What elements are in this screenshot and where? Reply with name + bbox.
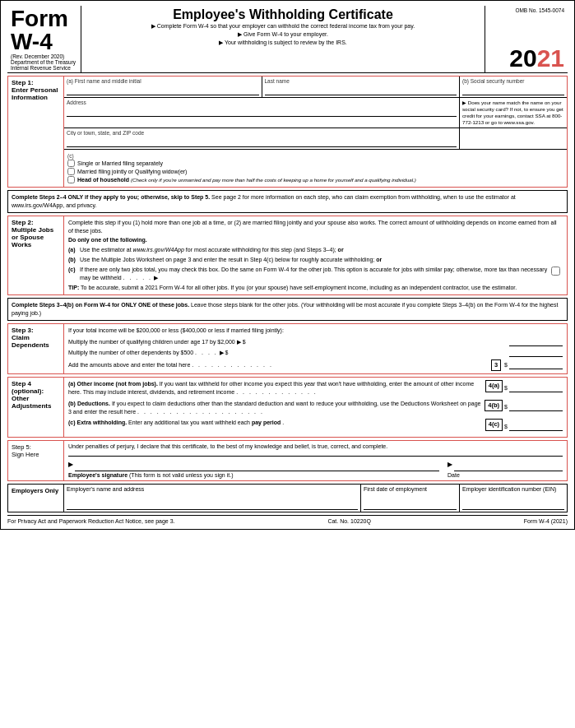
step1-num: Step 1:	[12, 79, 60, 86]
step2-label: Step 2: Multiple Jobsor SpouseWorks	[8, 216, 64, 294]
step4-b-label: (b)	[68, 401, 77, 406]
step4-optional: (optional):	[12, 387, 60, 395]
form-title-block: Employee's Withholding Certificate ▶ Com…	[81, 6, 485, 72]
step2-label-c: (c)	[68, 266, 80, 274]
step2-item-c[interactable]: (c) If there are only two jobs total, yo…	[68, 266, 563, 282]
form-dept: Department of the Treasury	[11, 59, 77, 65]
step3-children-input[interactable]	[509, 338, 563, 346]
first-name-label: (a) First name and middle initial	[67, 78, 259, 84]
filing-c-label: (c)	[67, 153, 74, 159]
step3-total-input[interactable]	[509, 361, 563, 369]
step4-c-text-block: (c) Extra withholding. Enter any additio…	[68, 419, 482, 427]
step4-b-title: Deductions.	[77, 401, 110, 406]
step4-content: (a) Other income (not from jobs). If you…	[64, 378, 567, 437]
step1-content: (a) First name and middle initial Last n…	[64, 77, 567, 187]
form-main-title: Employee's Withholding Certificate	[86, 7, 480, 22]
form-rev-date: (Rev. December 2020)	[11, 53, 77, 59]
omb-number: OMB No. 1545-0074	[515, 7, 564, 13]
step4-item-c: (c) Extra withholding. Enter any additio…	[68, 419, 563, 431]
step5-penalty-text: Under penalties of perjury, I declare th…	[68, 443, 563, 449]
step2-text-b: Use the Multiple Jobs Worksheet on page …	[80, 256, 382, 264]
step3-item2: Multiply the number of other dependents …	[68, 349, 563, 357]
employers-label: Employers Only	[8, 485, 64, 512]
filing-married-checkbox[interactable]	[67, 168, 75, 175]
form-instruction3: ▶ Your withholding is subject to review …	[86, 39, 480, 47]
step4-row: Step 4 (optional): Other Adjustments (a)…	[7, 377, 568, 438]
sig-label: Employee's signature	[68, 472, 128, 478]
step3-intro: If your total income will be $200,000 or…	[68, 327, 563, 335]
form-irs: Internal Revenue Service	[11, 65, 77, 71]
last-name-cell: Last name	[262, 77, 461, 97]
step3-label: Step 3: Claim Dependents	[8, 324, 64, 373]
step1-row: Step 1: Enter Personal Information (a) F…	[7, 76, 568, 188]
step5-title: Sign Here	[12, 451, 60, 458]
step3-dependents-input[interactable]	[509, 349, 563, 357]
step4-a-dollar: $	[504, 384, 508, 392]
city-cell: City or town, state, and ZIP code	[64, 128, 460, 149]
step4-b-box: 4(b)	[485, 400, 503, 412]
filing-married-row[interactable]: Married filing jointly or Qualifying wid…	[67, 168, 563, 175]
step4-item-b: (b) Deductions. If you expect to claim d…	[68, 400, 563, 416]
first-name-input[interactable]	[67, 86, 259, 95]
step2-text-c: If there are only two jobs total, you ma…	[80, 266, 548, 282]
footer-form: Form W-4 (2021)	[524, 518, 568, 524]
employer-date-input[interactable]	[364, 494, 457, 510]
filing-single-checkbox[interactable]	[67, 160, 75, 167]
step4-b-input[interactable]	[509, 403, 563, 411]
step4-b-text: If you expect to claim deductions other …	[68, 401, 480, 415]
filing-hoh-checkbox[interactable]	[67, 176, 75, 183]
last-name-input[interactable]	[265, 86, 457, 95]
step2-c-checkbox[interactable]	[551, 267, 560, 276]
ssn-label: (b) Social security number	[462, 78, 564, 84]
date-arrow: ▶	[447, 461, 452, 468]
employer-name-input[interactable]	[67, 494, 358, 510]
w4-form: Form W-4 (Rev. December 2020) Department…	[0, 0, 575, 530]
form-omb-block: OMB No. 1545-0074 2021	[485, 6, 568, 72]
step3-total-row: Add the amounts above and enter the tota…	[68, 359, 563, 372]
filing-married-label: Married filing jointly or Qualifying wid…	[77, 169, 187, 174]
address-input[interactable]	[67, 105, 457, 117]
step3-num: Step 3:	[12, 327, 60, 334]
complete-note-block: Complete Steps 2–4 ONLY if they apply to…	[7, 190, 568, 213]
step4-c-dollar: $	[504, 423, 508, 431]
step3-dollar-sign: $	[504, 361, 508, 369]
step2-label-b: (b)	[68, 256, 80, 264]
steps34-note-block: Complete Steps 3–4(b) on Form W-4 for ON…	[7, 298, 568, 321]
city-input[interactable]	[67, 136, 457, 147]
step3-box-num: 3	[491, 359, 501, 372]
employer-ein-input[interactable]	[462, 494, 564, 510]
step5-content: Under penalties of perjury, I declare th…	[64, 441, 567, 480]
signature-line-row: ▶	[68, 458, 439, 471]
ssn-input[interactable]	[462, 86, 564, 95]
employer-ein-label: Employer identification number (EIN)	[462, 486, 556, 492]
employer-name-cell: Employer's name and address	[64, 485, 361, 512]
filing-hoh-row[interactable]: Head of household (Check only if you're …	[67, 176, 563, 183]
step4-c-input[interactable]	[509, 423, 563, 431]
form-instruction2: ▶ Give Form W-4 to your employer.	[86, 30, 480, 39]
year-highlight: 21	[537, 44, 564, 72]
step2-row: Step 2: Multiple Jobsor SpouseWorks Comp…	[7, 216, 568, 295]
step2-label-a: (a)	[68, 246, 80, 254]
employer-name-label: Employer's name and address	[67, 486, 144, 492]
step4-item-a: (a) Other income (not from jobs). If you…	[68, 380, 563, 396]
step3-row: Step 3: Claim Dependents If your total i…	[7, 323, 568, 374]
date-input[interactable]	[454, 458, 563, 471]
step4-a-input[interactable]	[509, 384, 563, 392]
form-id-block: Form W-4 (Rev. December 2020) Department…	[7, 6, 81, 72]
step2-item-a: (a) Use the estimator at www.irs.gov/W4A…	[68, 246, 563, 254]
filing-single-row[interactable]: Single or Married filing separately	[67, 160, 563, 167]
step2-tip: TIP: To be accurate, submit a 2021 Form …	[68, 284, 563, 292]
step3-item2-text: Multiply the number of other dependents …	[68, 349, 509, 357]
step2-num: Step 2:	[12, 219, 60, 226]
step3-item1: Multiply the number of qualifying childr…	[68, 338, 563, 346]
filing-hoh-label: Head of household (Check only if you're …	[77, 177, 416, 183]
signature-input[interactable]	[75, 458, 439, 471]
form-w4-title: Form W-4	[11, 7, 77, 53]
employer-date-cell: First date of employment	[361, 485, 460, 512]
filing-single-label: Single or Married filing separately	[77, 160, 163, 166]
step5-label: Step 5: Sign Here	[8, 441, 64, 480]
step2-content: Complete this step if you (1) hold more …	[64, 216, 567, 294]
step4-c-title: Extra withholding.	[77, 420, 128, 425]
step4-c-text: Enter any additional tax you want withhe…	[127, 420, 284, 425]
city-label: City or town, state, and ZIP code	[67, 130, 144, 136]
